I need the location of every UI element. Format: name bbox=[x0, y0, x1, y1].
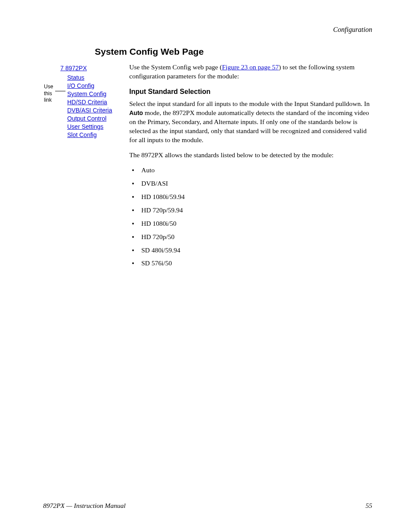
nav-link-io-config[interactable]: I/O Config bbox=[67, 82, 129, 89]
nav-link-dvbasi-criteria[interactable]: DVB/ASI Criteria bbox=[67, 107, 129, 114]
figure-link[interactable]: Figure 23 on page 57 bbox=[222, 63, 279, 71]
list-item: DVB/ASI bbox=[129, 179, 372, 188]
standard-selection-paragraph: Select the input standard for all inputs… bbox=[129, 100, 372, 145]
page-footer: 8972PX — Instruction Manual 55 bbox=[43, 502, 372, 510]
list-item: HD 720p/59.94 bbox=[129, 206, 372, 215]
standards-intro-paragraph: The 8972PX allows the standards listed b… bbox=[129, 151, 372, 160]
list-item: Auto bbox=[129, 166, 372, 175]
footer-page-number: 55 bbox=[366, 502, 373, 510]
list-item: HD 720p/50 bbox=[129, 233, 372, 242]
running-head-section: Configuration bbox=[43, 26, 372, 34]
list-item: HD 1080i/50 bbox=[129, 219, 372, 228]
standards-list: Auto DVB/ASI HD 1080i/59.94 HD 720p/59.9… bbox=[129, 166, 372, 268]
nav-annot-l2: this bbox=[44, 90, 52, 96]
sub-heading-input-standard: Input Standard Selection bbox=[129, 87, 372, 96]
nav-menu: Use this link 7 8972PX Status I/O Config… bbox=[43, 63, 129, 140]
footer-title: 8972PX — Instruction Manual bbox=[43, 502, 126, 510]
nav-annot-l1: Use bbox=[44, 84, 53, 90]
nav-link-output-control[interactable]: Output Control bbox=[67, 115, 129, 122]
page-title: System Config Web Page bbox=[95, 47, 372, 57]
nav-link-module[interactable]: 7 8972PX bbox=[60, 65, 129, 72]
nav-annotation: Use this link bbox=[44, 84, 53, 104]
list-item: SD 480i/59.94 bbox=[129, 246, 372, 255]
nav-link-user-settings[interactable]: User Settings bbox=[67, 123, 129, 130]
p1-a: Select the input standard for all inputs… bbox=[129, 100, 370, 107]
list-item: HD 1080i/59.94 bbox=[129, 193, 372, 202]
nav-annotation-line bbox=[55, 91, 65, 91]
nav-link-hdsd-criteria[interactable]: HD/SD Criteria bbox=[67, 99, 129, 106]
intro-paragraph: Use the System Config web page (Figure 2… bbox=[129, 63, 372, 81]
nav-link-status[interactable]: Status bbox=[67, 74, 129, 81]
list-item: SD 576i/50 bbox=[129, 259, 372, 268]
p1-bold: Auto bbox=[129, 109, 143, 116]
p1-b: mode, the 8972PX module automatically de… bbox=[129, 109, 369, 143]
nav-link-system-config[interactable]: System Config bbox=[67, 90, 129, 97]
nav-link-slot-config[interactable]: Slot Config bbox=[67, 131, 129, 138]
intro-pre: Use the System Config web page ( bbox=[129, 63, 222, 71]
nav-annot-l3: link bbox=[44, 97, 52, 103]
